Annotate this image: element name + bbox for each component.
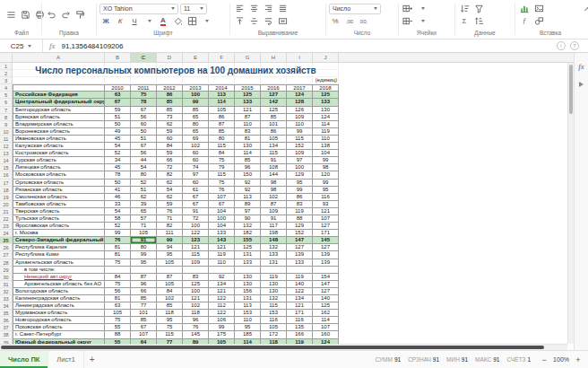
cell-A38[interactable]: г. Санкт-Петербург [13,331,105,338]
column-header-I[interactable]: I [287,53,313,62]
cell-H1[interactable] [261,63,287,70]
cell-E26[interactable]: 121 [183,244,209,251]
cell-F34[interactable]: 112 [209,302,235,310]
cell-I25[interactable]: 147 [287,237,313,244]
cell-I26[interactable]: 127 [287,244,313,251]
cell-J15[interactable]: 98 [313,164,339,171]
cell-B11[interactable]: 45 [105,136,131,143]
cell-A26[interactable]: Республика Карелия [13,244,105,251]
cell-F37[interactable]: 99 [209,324,235,331]
row-header-37[interactable]: 37 [0,324,13,331]
cell-B38[interactable]: 88 [105,331,131,338]
cell-B28[interactable]: 75 [105,259,131,267]
cell-G26[interactable]: 125 [235,244,261,251]
cell-F14[interactable]: 75 [209,157,235,164]
cell-D36[interactable]: 95 [157,317,183,324]
cell-C12[interactable]: 67 [131,143,157,150]
cell-E20[interactable]: 67 [183,201,209,208]
cell-C24[interactable]: 105 [131,230,157,237]
cell-G27[interactable]: 131 [235,251,261,258]
row-header-26[interactable]: 26 [0,244,13,251]
cell-C26[interactable]: 80 [131,244,157,251]
cell-A33[interactable]: Калининградская область [13,295,105,302]
row-header-2[interactable]: 2 [0,70,13,77]
insert-cells-more-button[interactable] [416,4,428,14]
cell-B8[interactable]: 51 [105,114,131,121]
cell-H8[interactable]: 85 [261,114,287,121]
cell-H5[interactable]: 127 [261,92,287,99]
align-right-button[interactable] [262,4,274,14]
horizontal-scrollbar-thumb[interactable] [1,346,544,349]
font-color-button[interactable]: А [157,16,169,27]
sort-descending-button[interactable] [472,16,485,27]
cell-F1[interactable] [209,63,235,70]
cell-D25[interactable]: 99 [157,237,183,244]
cell-B31[interactable]: 75 [105,281,131,288]
cell-G35[interactable]: 153 [235,310,261,317]
bold-button[interactable]: Ж [99,16,112,27]
cell-C4[interactable]: 2011 [131,84,157,92]
cell-H4[interactable]: 2016 [261,84,287,92]
cell-E16[interactable]: 97 [183,171,209,179]
cell-I33[interactable]: 134 [287,295,313,302]
cell-C10[interactable]: 50 [131,128,157,136]
cell-H24[interactable]: 198 [261,230,287,237]
cell-H14[interactable]: 91 [261,157,287,164]
cell-H35[interactable]: 153 [261,310,287,317]
cell-G24[interactable]: 182 [235,230,261,237]
cell-H22[interactable]: 91 [261,215,287,223]
row-header-28[interactable]: 28 [0,259,13,267]
cell-D2[interactable] [157,70,183,77]
cell-F15[interactable]: 79 [209,164,235,171]
fx-icon[interactable]: fx [43,41,62,50]
row-header-22[interactable]: 22 [0,215,13,223]
zoom-in-button[interactable]: + [574,355,583,365]
cell-C3[interactable] [131,77,157,84]
cell-C15[interactable]: 54 [131,164,157,171]
cell-G18[interactable]: 92 [235,187,261,194]
cell-J1[interactable] [313,63,339,70]
insert-shape-button[interactable] [532,16,545,27]
cell-D13[interactable]: 59 [157,150,183,157]
cell-D7[interactable]: 85 [157,107,183,114]
cell-I19[interactable]: 86 [287,194,313,201]
cell-F25[interactable]: 143 [209,237,235,244]
cell-H11[interactable]: 105 [261,136,287,143]
cell-F26[interactable]: 121 [209,244,235,251]
cell-J16[interactable]: 120 [313,171,339,179]
cell-G8[interactable]: 87 [235,114,261,121]
cell-A36[interactable]: Новгородская область [13,317,105,324]
cell-A25[interactable]: Северо-Западный федеральный округ [13,237,105,244]
decimal-decrease-button[interactable]: 00, [358,16,370,27]
cell-E27[interactable]: 115 [183,251,209,258]
cell-G29[interactable] [235,267,261,274]
cell-G15[interactable]: 96 [235,164,261,171]
info-icon[interactable] [557,41,566,50]
cell-F11[interactable]: 80 [209,136,235,143]
cell-C35[interactable]: 101 [131,310,157,317]
cell-B6[interactable]: 67 [105,99,131,106]
cell-G25[interactable]: 155 [235,237,261,244]
cell-C8[interactable]: 56 [131,114,157,121]
cell-F33[interactable]: 122 [209,295,235,302]
cell-H34[interactable]: 115 [261,302,287,310]
cell-C9[interactable]: 60 [131,121,157,128]
cell-D11[interactable]: 60 [157,136,183,143]
cell-H2[interactable] [261,70,287,77]
cell-F21[interactable]: 104 [209,208,235,215]
menu-icon[interactable] [4,10,17,21]
cell-J23[interactable]: 127 [313,223,339,230]
cell-H15[interactable]: 108 [261,164,287,171]
cell-H26[interactable]: 132 [261,244,287,251]
italic-button[interactable]: К [114,16,126,27]
cell-A17[interactable]: Орловская область [13,180,105,187]
column-header-E[interactable]: E [183,53,209,62]
cell-G37[interactable]: 95 [235,324,261,331]
cell-C32[interactable]: 66 [131,288,157,295]
cell-D26[interactable]: 94 [157,244,183,251]
row-header-8[interactable]: 8 [0,114,13,121]
cell-F3[interactable] [209,77,235,84]
cell-D38[interactable]: 115 [157,331,183,338]
row-header-33[interactable]: 33 [0,295,13,302]
cell-J37[interactable]: 107 [313,324,339,331]
